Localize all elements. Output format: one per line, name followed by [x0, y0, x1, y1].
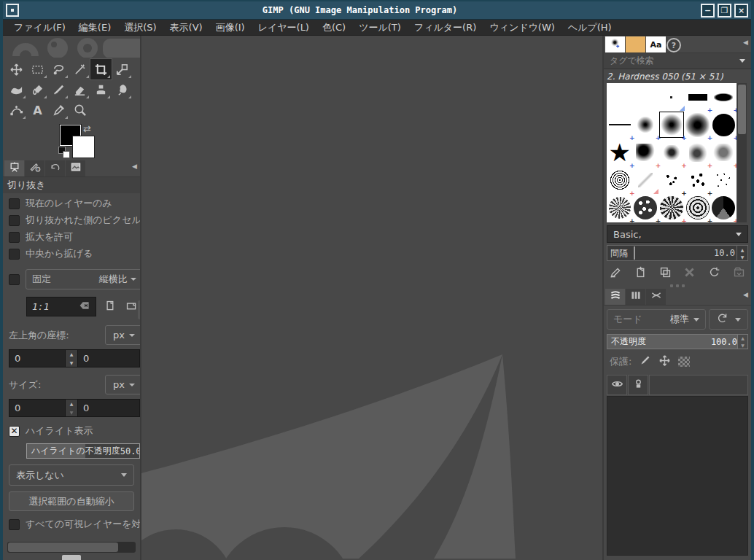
tab-tool-options[interactable] [4, 160, 24, 176]
default-colors-icon[interactable] [58, 147, 70, 158]
brush-cell[interactable]: + [710, 83, 736, 111]
option-checkbox-2[interactable] [9, 215, 20, 226]
brush-cell[interactable]: + [607, 166, 633, 194]
spacing-slider[interactable]: 間隔 10.0 ▲▼ [607, 245, 748, 261]
window-menu-button[interactable] [6, 4, 19, 17]
menu-item-10[interactable]: ウィンドウ(W) [483, 20, 561, 35]
layer-mode-switch-button[interactable] [709, 309, 748, 330]
bucket-fill-tool[interactable] [27, 79, 48, 100]
position-x-spinner[interactable]: ▲▼ [66, 349, 78, 368]
brush-grid-scrollbar[interactable] [737, 83, 747, 222]
brush-cell[interactable]: + [658, 166, 685, 194]
brush-cell[interactable] [607, 83, 633, 111]
lock-alpha-icon[interactable] [678, 357, 690, 367]
tab-patterns[interactable] [626, 36, 645, 52]
brush-cell[interactable]: + [685, 194, 711, 222]
layer-mode-dropdown[interactable]: モード 標準 [607, 309, 706, 330]
crop-tool[interactable] [90, 59, 112, 79]
dock-menu-icon[interactable]: ◀ [743, 291, 748, 298]
link-header-cell[interactable] [628, 375, 648, 395]
brush-cell[interactable] [633, 83, 659, 111]
position-unit-dropdown[interactable]: px [105, 325, 140, 345]
menu-item-1[interactable]: ファイル(F) [7, 20, 72, 35]
brush-cell[interactable]: + [658, 139, 685, 166]
dock-menu-icon[interactable]: ◀ [132, 163, 137, 170]
maximize-button[interactable]: ❐ [718, 4, 731, 18]
color-picker-tool[interactable] [48, 100, 69, 120]
brush-cell[interactable]: + [685, 166, 711, 194]
fuzzy-select-tool[interactable] [69, 59, 90, 79]
autoshrink-button[interactable]: 選択範囲の自動縮小 [9, 491, 134, 511]
brush-cell[interactable]: + [607, 194, 633, 222]
fixed-checkbox[interactable] [9, 274, 20, 285]
minimize-button[interactable]: − [701, 4, 715, 18]
option-checkbox-1[interactable] [9, 198, 20, 209]
aspect-ratio-input[interactable]: 1:1 [26, 297, 96, 316]
option-checkbox-4[interactable] [9, 249, 20, 260]
spacing-spinner[interactable]: ▲▼ [736, 246, 747, 260]
layers-list[interactable] [607, 396, 748, 556]
layer-opacity-slider[interactable]: 不透明度 100.0 ▲▼ [607, 334, 748, 349]
refresh-brushes-button[interactable] [708, 266, 720, 281]
brush-cell[interactable] [633, 166, 659, 194]
brush-cell[interactable]: + [633, 139, 659, 166]
rectangle-select-tool[interactable] [27, 59, 48, 79]
tab-fonts[interactable]: Aa [646, 36, 666, 52]
new-brush-button[interactable] [634, 266, 647, 281]
menu-item-2[interactable]: 編集(E) [72, 20, 117, 35]
position-y-input[interactable]: 0 [78, 349, 140, 368]
brush-cell[interactable]: + [685, 111, 711, 139]
paintbrush-tool[interactable] [48, 79, 69, 100]
brush-cell[interactable]: + [710, 111, 736, 139]
clone-tool[interactable] [90, 79, 112, 100]
smudge-tool[interactable] [112, 79, 133, 100]
dock-menu-icon[interactable]: ◀ [743, 39, 748, 46]
portrait-button[interactable] [101, 298, 118, 316]
guides-dropdown[interactable]: 表示しない [9, 464, 134, 486]
zoom-tool[interactable] [69, 100, 90, 120]
gradient-tool[interactable] [6, 79, 27, 100]
edit-brush-button[interactable] [610, 266, 622, 281]
unified-transform-tool[interactable] [112, 59, 133, 79]
text-tool[interactable]: A [27, 100, 48, 120]
tab-images[interactable] [66, 160, 85, 176]
merged-checkbox[interactable] [9, 519, 20, 530]
menu-item-8[interactable]: ツール(T) [352, 20, 408, 35]
brush-collection-dropdown[interactable]: Basic, [607, 225, 748, 243]
brush-cell[interactable]: + [607, 111, 633, 139]
brush-cell[interactable]: + [633, 194, 659, 222]
menu-item-6[interactable]: レイヤー(L) [252, 20, 316, 35]
clear-entry-icon[interactable] [79, 300, 90, 314]
dock-resize-grip[interactable] [604, 283, 751, 288]
lock-pixels-icon[interactable] [639, 354, 651, 369]
menu-item-5[interactable]: 画像(I) [209, 20, 252, 35]
tool-options-hscrollbar[interactable] [7, 542, 136, 553]
eraser-tool[interactable] [69, 79, 90, 100]
tab-help[interactable]: ? [666, 38, 681, 52]
size-unit-dropdown[interactable]: px [105, 375, 140, 394]
brush-cell[interactable]: + [685, 83, 711, 111]
option-checkbox-3[interactable] [9, 232, 20, 243]
paths-tool[interactable] [6, 100, 27, 120]
brush-cell[interactable]: + [710, 139, 736, 166]
close-button[interactable]: × [734, 4, 748, 18]
tag-search-input[interactable]: タグで検索 [604, 53, 751, 69]
visibility-header-cell[interactable] [607, 375, 627, 395]
brush-cell[interactable]: + [710, 194, 736, 222]
tab-undo-history[interactable] [45, 160, 65, 176]
free-select-tool[interactable] [48, 59, 69, 79]
highlight-opacity-slider[interactable]: ハイライトの不透明度 50.0 [26, 443, 140, 459]
menu-item-11[interactable]: ヘルプ(H) [561, 20, 618, 35]
layer-opacity-spinner[interactable]: ▲▼ [737, 335, 747, 349]
tab-channels[interactable] [626, 289, 645, 305]
swap-colors-icon[interactable]: ⇄ [83, 123, 91, 134]
tab-brushes[interactable] [605, 36, 625, 52]
highlight-checkbox[interactable]: ✕ [9, 426, 20, 437]
brush-cell[interactable]: ★+ [607, 139, 633, 166]
duplicate-brush-button[interactable] [659, 266, 672, 281]
brush-cell[interactable]: + [658, 194, 685, 222]
menu-item-7[interactable]: 色(C) [316, 20, 352, 35]
menu-item-9[interactable]: フィルター(R) [408, 20, 483, 35]
lock-position-icon[interactable] [658, 354, 671, 369]
background-color-swatch[interactable] [73, 136, 94, 158]
